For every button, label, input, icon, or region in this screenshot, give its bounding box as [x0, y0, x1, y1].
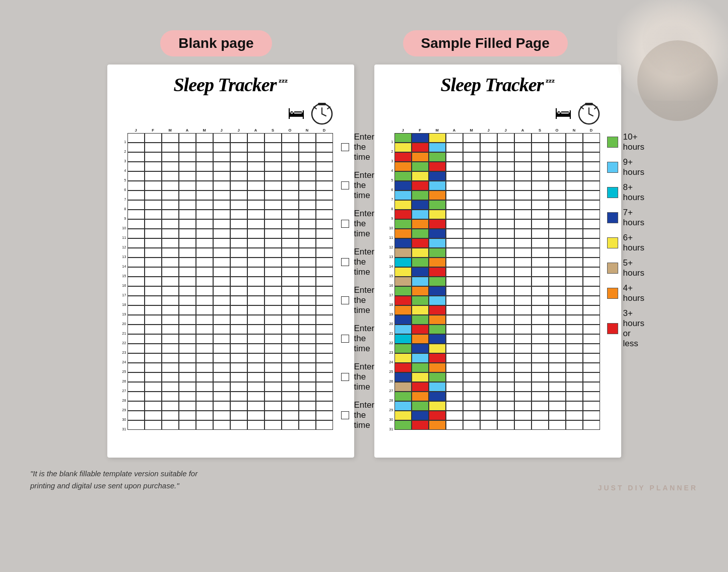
grid-cell [446, 334, 463, 344]
grid-row [127, 334, 333, 344]
grid-cell [213, 372, 230, 382]
grid-cell [213, 286, 230, 296]
grid-cell [316, 267, 333, 277]
grid-cell [583, 372, 600, 382]
filled-legend-item: 8+ hours [607, 182, 645, 203]
grid-row [394, 353, 600, 363]
legend-checkbox[interactable] [341, 335, 349, 343]
grid-cell [532, 229, 549, 238]
labels-row: Blank page Sample Filled Page [160, 30, 568, 56]
legend-checkbox[interactable] [341, 411, 349, 419]
grid-cell [549, 277, 566, 286]
grid-cell [247, 353, 264, 363]
grid-row [394, 277, 600, 286]
grid-cell [429, 248, 446, 258]
grid-cell [145, 392, 162, 401]
grid-cell [299, 267, 316, 277]
grid-cell [162, 171, 179, 181]
grid-cell [213, 325, 230, 334]
legend-label: Enter the time [354, 362, 375, 392]
grid-row [127, 258, 333, 267]
grid-cell [446, 277, 463, 286]
grid-cell [247, 133, 264, 143]
grid-cell [532, 305, 549, 315]
grid-cell [394, 190, 412, 200]
month-header: J [230, 128, 247, 133]
grid-cell [497, 258, 514, 267]
grid-row [394, 344, 600, 353]
legend-checkbox[interactable] [341, 181, 349, 189]
grid-cell [549, 190, 566, 200]
filled-page-title: Sleep Tracker [440, 74, 543, 96]
grid-cell [179, 152, 196, 162]
legend-label: Enter the time [354, 170, 375, 201]
grid-cell [463, 238, 480, 248]
grid-cell [162, 411, 179, 420]
grid-cell [532, 162, 549, 171]
legend-item: Enter the time [341, 362, 375, 392]
grid-cell [282, 143, 299, 152]
month-header: J [127, 128, 145, 133]
grid-cell [162, 133, 179, 143]
grid-cell [514, 258, 532, 267]
grid-cell [549, 258, 566, 267]
grid-cell [230, 344, 247, 353]
grid-cell [514, 219, 532, 229]
legend-checkbox[interactable] [341, 258, 349, 266]
grid-cell [264, 152, 282, 162]
legend-checkbox[interactable] [341, 143, 349, 151]
grid-cell [299, 401, 316, 411]
legend-checkbox[interactable] [341, 296, 349, 304]
grid-row [127, 353, 333, 363]
grid-cell [394, 219, 412, 229]
grid-cell [514, 334, 532, 344]
legend-label: Enter the time [354, 285, 375, 315]
grid-cell [532, 190, 549, 200]
filled-legend-item: 7+ hours [607, 208, 645, 228]
legend-checkbox[interactable] [341, 373, 349, 381]
grid-cell [583, 162, 600, 171]
grid-cell [566, 133, 583, 143]
grid-cell [480, 411, 497, 420]
grid-cell [480, 382, 497, 392]
grid-cell [247, 210, 264, 219]
grid-cell [549, 248, 566, 258]
grid-cell [127, 411, 145, 420]
month-header: F [412, 128, 429, 133]
grid-cell [127, 238, 145, 248]
grid-cell [316, 382, 333, 392]
grid-cell [230, 363, 247, 372]
grid-cell [316, 353, 333, 363]
grid-cell [162, 401, 179, 411]
grid-cell [514, 229, 532, 238]
row-number: 19 [389, 309, 394, 319]
grid-cell [247, 420, 264, 430]
row-number: 25 [389, 367, 394, 376]
grid-cell [394, 305, 412, 315]
month-header: S [532, 128, 549, 133]
grid-cell [247, 325, 264, 334]
grid-cell [299, 315, 316, 325]
grid-cell [213, 334, 230, 344]
grid-cell [497, 334, 514, 344]
grid-cell [127, 190, 145, 200]
grid-cell [179, 372, 196, 382]
grid-cell [179, 344, 196, 353]
grid-cell [514, 392, 532, 401]
grid-cell [127, 392, 145, 401]
grid-cell [264, 392, 282, 401]
grid-cell [230, 401, 247, 411]
legend-checkbox[interactable] [341, 220, 349, 228]
grid-cell [299, 133, 316, 143]
grid-cell [316, 286, 333, 296]
grid-cell [264, 219, 282, 229]
grid-cell [162, 305, 179, 315]
grid-cell [463, 162, 480, 171]
grid-cell [127, 382, 145, 392]
grid-cell [230, 315, 247, 325]
grid-cell [497, 305, 514, 315]
grid-cell [127, 162, 145, 171]
grid-cell [566, 334, 583, 344]
legend-item: Enter the time [341, 324, 375, 354]
grid-cell [247, 162, 264, 171]
